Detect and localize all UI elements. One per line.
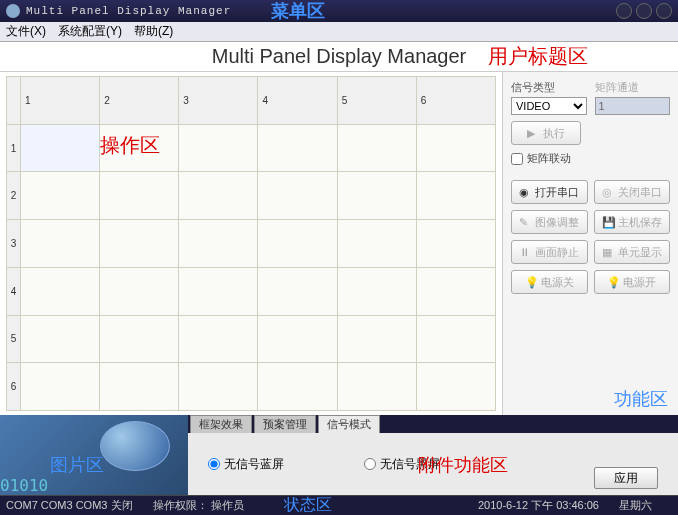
grid-cell[interactable] — [416, 315, 495, 363]
annotation-status-area: 状态区 — [284, 495, 332, 515]
user-title-bar: Multi Panel Display Manager 用户标题区 — [0, 42, 678, 72]
grid-cell[interactable] — [337, 124, 416, 172]
unit-display-button[interactable]: ▦单元显示 — [594, 240, 671, 264]
grid-cell[interactable] — [337, 363, 416, 411]
grid-corner — [7, 77, 21, 125]
tab-preset-mgmt[interactable]: 预案管理 — [254, 415, 316, 433]
grid-col-header: 6 — [416, 77, 495, 125]
grid-cell[interactable] — [21, 315, 100, 363]
grid-cell[interactable] — [416, 172, 495, 220]
grid-row-header: 6 — [7, 363, 21, 411]
grid-cell[interactable] — [100, 220, 179, 268]
grid-row-header: 5 — [7, 315, 21, 363]
freeze-icon: ⏸ — [519, 246, 531, 258]
menu-help[interactable]: 帮助(Z) — [134, 23, 173, 40]
digits-decor: 01010 — [0, 476, 48, 495]
signal-type-select[interactable]: VIDEO — [511, 97, 587, 115]
menubar: 文件(X) 系统配置(Y) 帮助(Z) — [0, 22, 678, 42]
status-permission: 操作权限： 操作员 — [153, 498, 244, 513]
status-ports: COM7 COM3 COM3 关闭 — [6, 498, 133, 513]
power-on-button[interactable]: 💡电源开 — [594, 270, 671, 294]
close-button[interactable] — [656, 3, 672, 19]
grid-cell[interactable] — [337, 220, 416, 268]
port-close-icon: ◎ — [602, 186, 614, 198]
signal-type-label: 信号类型 — [511, 80, 587, 95]
app-icon — [6, 4, 20, 18]
grid-cell[interactable] — [179, 220, 258, 268]
grid-cell[interactable] — [258, 315, 337, 363]
radio-nosignal-black[interactable]: 无信号黑屏 — [364, 456, 440, 473]
panel-grid[interactable]: 1 2 3 4 5 6 1 2 3 4 5 6 — [6, 76, 496, 411]
bulb-off-icon: 💡 — [525, 276, 537, 288]
grid-col-header: 2 — [100, 77, 179, 125]
screen-freeze-button[interactable]: ⏸画面静止 — [511, 240, 588, 264]
grid-cell[interactable] — [258, 363, 337, 411]
matrix-channel-label: 矩阵通道 — [595, 80, 671, 95]
grid-cell[interactable] — [258, 220, 337, 268]
grid-cell[interactable] — [179, 363, 258, 411]
grid-cell[interactable] — [258, 172, 337, 220]
grid-cell[interactable] — [337, 172, 416, 220]
grid-row-header: 4 — [7, 267, 21, 315]
grid-cell[interactable] — [179, 315, 258, 363]
tab-strip: 框架效果 预案管理 信号模式 — [188, 415, 678, 433]
grid-cell[interactable] — [337, 267, 416, 315]
globe-icon — [100, 421, 170, 471]
grid-cell[interactable] — [258, 267, 337, 315]
image-zone: 01010 图片区 — [0, 415, 188, 495]
tune-icon: ✎ — [519, 216, 531, 228]
close-port-button[interactable]: ◎关闭串口 — [594, 180, 671, 204]
grid-cell[interactable] — [258, 124, 337, 172]
tab-body: 无信号蓝屏 无信号黑屏 附件功能区 应用 — [188, 433, 678, 495]
grid-col-header: 3 — [179, 77, 258, 125]
minimize-button[interactable] — [616, 3, 632, 19]
save-icon: 💾 — [602, 216, 614, 228]
grid-cell[interactable] — [100, 124, 179, 172]
execute-button[interactable]: ▶执行 — [511, 121, 581, 145]
radio-nosignal-black-input[interactable] — [364, 458, 376, 470]
grid-cell[interactable] — [21, 220, 100, 268]
power-off-button[interactable]: 💡电源关 — [511, 270, 588, 294]
matrix-channel-select[interactable]: 1 — [595, 97, 671, 115]
bulb-on-icon: 💡 — [607, 276, 619, 288]
image-tune-button[interactable]: ✎图像调整 — [511, 210, 588, 234]
host-save-button[interactable]: 💾主机保存 — [594, 210, 671, 234]
grid-cell[interactable] — [179, 172, 258, 220]
grid-cell[interactable] — [416, 220, 495, 268]
grid-cell[interactable] — [21, 124, 100, 172]
radio-nosignal-blue[interactable]: 无信号蓝屏 — [208, 456, 284, 473]
matrix-link-label: 矩阵联动 — [527, 151, 571, 166]
menu-file[interactable]: 文件(X) — [6, 23, 46, 40]
grid-cell[interactable] — [337, 315, 416, 363]
grid-panel: 操作区 1 2 3 4 5 6 1 2 3 4 5 6 — [0, 72, 502, 415]
annotation-menu-area: 菜单区 — [271, 0, 325, 23]
grid-cell[interactable] — [21, 363, 100, 411]
grid-cell[interactable] — [100, 267, 179, 315]
grid-row-header: 2 — [7, 172, 21, 220]
maximize-button[interactable] — [636, 3, 652, 19]
grid-cell[interactable] — [416, 124, 495, 172]
grid-cell[interactable] — [416, 267, 495, 315]
grid-cell[interactable] — [21, 267, 100, 315]
grid-col-header: 1 — [21, 77, 100, 125]
radio-nosignal-blue-input[interactable] — [208, 458, 220, 470]
port-open-icon: ◉ — [519, 186, 531, 198]
user-title-text: Multi Panel Display Manager — [212, 45, 467, 68]
grid-cell[interactable] — [416, 363, 495, 411]
tab-signal-mode[interactable]: 信号模式 — [318, 415, 380, 433]
grid-icon: ▦ — [602, 246, 614, 258]
grid-cell[interactable] — [179, 124, 258, 172]
apply-button[interactable]: 应用 — [594, 467, 658, 489]
annotation-user-title: 用户标题区 — [488, 43, 588, 70]
open-port-button[interactable]: ◉打开串口 — [511, 180, 588, 204]
grid-cell[interactable] — [100, 172, 179, 220]
menu-config[interactable]: 系统配置(Y) — [58, 23, 122, 40]
matrix-link-checkbox[interactable] — [511, 153, 523, 165]
grid-cell[interactable] — [100, 363, 179, 411]
grid-row-header: 1 — [7, 124, 21, 172]
grid-cell[interactable] — [179, 267, 258, 315]
grid-cell[interactable] — [21, 172, 100, 220]
grid-cell[interactable] — [100, 315, 179, 363]
tab-frame-effect[interactable]: 框架效果 — [190, 415, 252, 433]
status-weekday: 星期六 — [619, 498, 652, 513]
